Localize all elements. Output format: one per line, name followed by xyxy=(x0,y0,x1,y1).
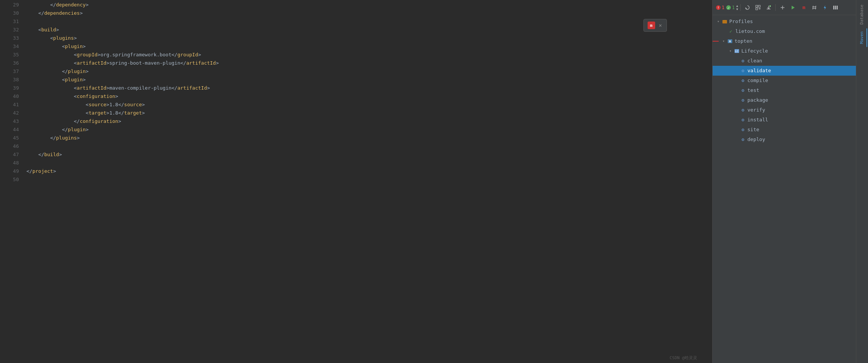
line-num-47: ▾ 47 xyxy=(0,150,19,159)
run-icon xyxy=(790,5,796,10)
import-icon xyxy=(755,5,761,10)
ok-icon: ✓ xyxy=(726,5,731,10)
site-label: site xyxy=(747,126,759,134)
download-button[interactable]: ↓ xyxy=(764,3,773,12)
svg-rect-12 xyxy=(837,6,838,9)
tree-item-package[interactable]: ▸ ⚙ package xyxy=(713,95,856,105)
line-num-40: 40 xyxy=(0,92,19,101)
tree-item-profiles[interactable]: ▾ Profiles xyxy=(713,17,856,26)
code-line-31 xyxy=(26,17,712,26)
line-num-36: 36 xyxy=(0,59,19,67)
toolbar-sep-1 xyxy=(740,4,741,11)
deploy-gear-icon: ⚙ xyxy=(740,137,746,143)
line-num-44: 44 xyxy=(0,126,19,134)
arrow-up-icon[interactable]: ▲ xyxy=(736,4,738,8)
maven-popup: m × xyxy=(643,19,667,32)
arrow-down-icon[interactable]: ▼ xyxy=(736,8,738,11)
sidebar-tab-maven[interactable]: Maven xyxy=(857,28,867,47)
svg-rect-5 xyxy=(758,5,760,7)
code-line-32: <build> xyxy=(26,26,712,34)
svg-rect-4 xyxy=(756,5,758,7)
nav-arrows[interactable]: ▲ ▼ xyxy=(736,4,738,11)
error-icon: ! xyxy=(716,5,721,10)
import-button[interactable] xyxy=(753,3,763,12)
ok-indicator[interactable]: ✓ 1 xyxy=(726,5,735,10)
line-num-38: 38 xyxy=(0,76,19,84)
popup-icon-label: m xyxy=(650,23,653,28)
package-gear-icon: ⚙ xyxy=(740,97,746,103)
error-indicator[interactable]: ! 1 xyxy=(716,5,724,10)
code-line-42: <target>1.8</target> xyxy=(26,109,712,117)
skip-tests-button[interactable] xyxy=(810,3,819,12)
tree-arrow-lifecycle: ▾ xyxy=(728,48,733,54)
line-num-43: 43 xyxy=(0,117,19,126)
verify-gear-icon: ⚙ xyxy=(740,107,746,113)
run-button[interactable] xyxy=(789,3,798,12)
profiles-label: Profiles xyxy=(729,17,753,26)
code-line-45: </plugins> xyxy=(26,134,712,142)
tree-arrow-profiles: ▾ xyxy=(716,19,721,24)
refresh-button[interactable] xyxy=(743,3,752,12)
tree-item-compile[interactable]: ▸ ⚙ compile xyxy=(713,76,856,85)
error-count: 1 xyxy=(722,5,724,10)
code-line-48 xyxy=(26,159,712,167)
toolbar-sep-2 xyxy=(775,4,776,11)
popup-close-button[interactable]: × xyxy=(658,22,663,28)
code-lines[interactable]: </dependency> </dependencies> <build> <p… xyxy=(23,0,712,363)
lietou-label: lietou.com xyxy=(735,27,765,36)
sidebar-tab-database[interactable]: Database xyxy=(857,2,867,28)
lietou-check-icon: ✓ xyxy=(728,28,734,34)
tree-item-deploy[interactable]: ▸ ⚙ deploy xyxy=(713,135,856,144)
verify-label: verify xyxy=(747,106,765,114)
popup-maven-icon: m xyxy=(648,22,655,29)
columns-icon xyxy=(833,5,838,10)
add-button[interactable] xyxy=(778,3,787,12)
tree-item-site[interactable]: ▸ ⚙ site xyxy=(713,125,856,135)
line-num-49: 49 xyxy=(0,167,19,175)
line-numbers: 29 30 31 ▾ 32 33 34 35 36 xyxy=(0,0,23,363)
tree-item-lietou[interactable]: ▸ ✓ lietou.com xyxy=(713,26,856,36)
tree-item-validate[interactable]: ▸ ⚙ validate xyxy=(713,66,856,76)
code-container: 29 30 31 ▾ 32 33 34 35 36 xyxy=(0,0,712,363)
line-num-50: 50 xyxy=(0,175,19,184)
svg-marker-9 xyxy=(792,6,795,9)
line-num-29: 29 xyxy=(0,1,19,9)
line-num-42: 42 xyxy=(0,109,19,117)
line-num-39: 39 xyxy=(0,84,19,92)
code-line-46 xyxy=(26,142,712,150)
svg-rect-10 xyxy=(833,6,834,9)
tree-item-test[interactable]: ▸ ⚙ test xyxy=(713,85,856,95)
line-num-37: 37 xyxy=(0,67,19,76)
compile-gear-icon: ⚙ xyxy=(740,78,746,84)
hash-icon xyxy=(812,5,817,10)
test-label: test xyxy=(747,86,759,95)
clean-gear-icon: ⚙ xyxy=(740,58,746,64)
line-num-34: 34 xyxy=(0,42,19,51)
install-gear-icon: ⚙ xyxy=(740,117,746,123)
tree-item-install[interactable]: ▸ ⚙ install xyxy=(713,115,856,125)
columns-button[interactable] xyxy=(831,3,840,12)
maven-tree[interactable]: ▾ Profiles ▸ ✓ lietou.com ▾ m xyxy=(713,15,856,363)
code-line-41: <source>1.8</source> xyxy=(26,101,712,109)
tree-item-topten[interactable]: ▾ m topten xyxy=(713,36,856,46)
tree-arrow-lietou: ▸ xyxy=(722,29,727,34)
maven-m-button[interactable]: m xyxy=(799,3,808,12)
svg-text:✓: ✓ xyxy=(728,6,730,10)
code-line-37: </plugin> xyxy=(26,67,712,76)
ok-count: 1 xyxy=(732,5,735,10)
add-icon xyxy=(780,5,785,10)
lifecycle-icon: LC xyxy=(734,48,740,54)
tree-item-verify[interactable]: ▸ ⚙ verify xyxy=(713,105,856,115)
svg-text:m: m xyxy=(729,40,731,43)
topten-dash xyxy=(713,41,719,42)
compile-label: compile xyxy=(747,76,768,85)
svg-text:!: ! xyxy=(717,6,719,10)
validate-label: validate xyxy=(747,67,771,75)
site-gear-icon: ⚙ xyxy=(740,127,746,133)
svg-rect-13 xyxy=(722,20,727,23)
code-line-30: </dependencies> xyxy=(26,9,712,17)
tree-item-clean[interactable]: ▸ ⚙ clean xyxy=(713,56,856,66)
lightning-button[interactable] xyxy=(820,3,829,12)
tree-item-lifecycle[interactable]: ▾ LC Lifecycle xyxy=(713,46,856,56)
install-label: install xyxy=(747,116,768,124)
